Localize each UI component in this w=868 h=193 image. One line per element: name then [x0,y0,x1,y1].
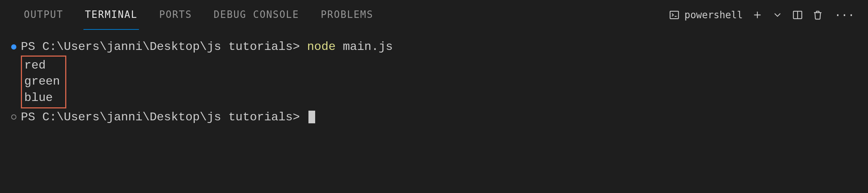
svg-rect-0 [670,11,679,19]
output-line: green [24,73,60,89]
panel-header: OUTPUT TERMINAL PORTS DEBUG CONSOLE PROB… [0,0,868,30]
command-arg: main.js [336,39,393,55]
gutter-bullet-empty-icon [11,114,16,120]
prompt-prefix: PS [21,39,42,55]
shell-label: powershell [684,9,743,20]
more-actions-icon[interactable]: ··· [832,9,857,22]
output-highlight-box: red green blue [21,56,66,108]
output-line: blue [24,90,60,106]
gutter-bullet-filled-icon [11,44,16,50]
output-line: red [24,57,60,73]
prompt-path: C:\Users\janni\Desktop\js tutorials> [42,109,307,125]
cursor-icon [308,111,315,123]
tab-output[interactable]: OUTPUT [22,0,65,30]
shell-selector[interactable]: powershell [669,9,743,20]
prompt-path: C:\Users\janni\Desktop\js tutorials> [42,39,307,55]
terminal-toolbar: powershell ··· [669,9,857,22]
tab-terminal[interactable]: TERMINAL [83,0,139,30]
terminal-icon [669,9,680,20]
trash-icon[interactable] [812,9,823,20]
new-terminal-icon[interactable] [752,9,763,20]
panel-tabs: OUTPUT TERMINAL PORTS DEBUG CONSOLE PROB… [22,0,375,30]
command-keyword: node [307,39,336,55]
terminal-line: PS C:\Users\janni\Desktop\js tutorials> … [11,39,857,55]
tab-problems[interactable]: PROBLEMS [319,0,375,30]
terminal-line: PS C:\Users\janni\Desktop\js tutorials> [11,109,857,125]
chevron-down-icon[interactable] [772,9,783,20]
tab-ports[interactable]: PORTS [158,0,193,30]
terminal-body[interactable]: PS C:\Users\janni\Desktop\js tutorials> … [0,30,868,129]
prompt-prefix: PS [21,109,42,125]
tab-debug-console[interactable]: DEBUG CONSOLE [212,0,301,30]
split-terminal-icon[interactable] [792,9,803,20]
